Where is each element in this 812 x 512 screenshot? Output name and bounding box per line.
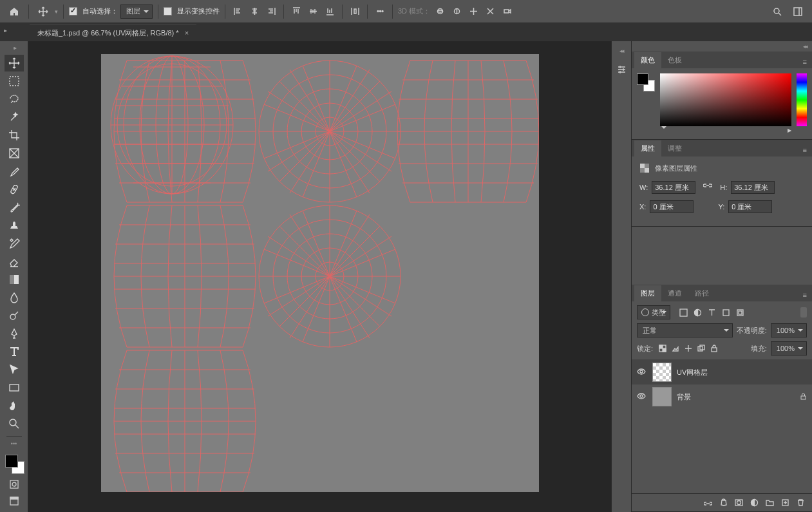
document-canvas[interactable] bbox=[101, 54, 539, 492]
screen-mode-icon[interactable] bbox=[8, 495, 21, 507]
group-icon[interactable] bbox=[763, 497, 776, 509]
frame-tool[interactable] bbox=[5, 145, 24, 162]
align-middle-icon[interactable] bbox=[306, 5, 320, 19]
distribute-h-icon[interactable] bbox=[348, 5, 362, 19]
canvas-area[interactable] bbox=[28, 41, 611, 512]
magic-wand-tool[interactable] bbox=[5, 109, 24, 126]
quick-mask-icon[interactable] bbox=[8, 478, 21, 491]
filter-adjust-icon[interactable] bbox=[691, 306, 704, 319]
edit-toolbar-icon[interactable]: ••• bbox=[11, 441, 17, 447]
eyedropper-tool[interactable] bbox=[5, 163, 24, 180]
move-tool-icon[interactable] bbox=[34, 3, 52, 21]
gradient-tool[interactable] bbox=[5, 271, 24, 288]
align-top-icon[interactable] bbox=[289, 5, 303, 19]
visibility-toggle[interactable] bbox=[637, 367, 647, 377]
tab-paths[interactable]: 路径 bbox=[688, 285, 715, 301]
document-tab[interactable]: 未标题_1.psd @ 66.7% (UV网格层, RGB/8) * × bbox=[30, 24, 196, 41]
tab-adjustments[interactable]: 调整 bbox=[661, 140, 688, 156]
pen-tool[interactable] bbox=[5, 325, 24, 342]
panels-dock: ◂◂ 颜色 色板 ≡ 属性 调整 bbox=[632, 41, 812, 512]
delete-layer-icon[interactable] bbox=[794, 497, 807, 509]
lock-transparency-icon[interactable] bbox=[657, 343, 668, 354]
layer-item[interactable]: UV网格层 bbox=[632, 360, 812, 384]
visibility-toggle[interactable] bbox=[637, 392, 647, 402]
height-input[interactable] bbox=[731, 181, 775, 194]
search-icon[interactable] bbox=[768, 3, 786, 21]
layer-filter-kind[interactable]: 类型 bbox=[637, 305, 670, 319]
panels-handle-icon[interactable]: ◂◂ bbox=[632, 41, 812, 52]
panel-menu-icon[interactable]: ≡ bbox=[798, 55, 812, 68]
hue-strip[interactable] bbox=[797, 73, 807, 126]
rectangle-tool[interactable] bbox=[5, 379, 24, 396]
brush-tool[interactable] bbox=[5, 199, 24, 216]
crop-tool[interactable] bbox=[5, 127, 24, 144]
align-bottom-icon[interactable] bbox=[323, 5, 337, 19]
align-center-h-icon[interactable] bbox=[247, 5, 261, 19]
lock-image-icon[interactable] bbox=[670, 343, 681, 354]
filter-pixel-icon[interactable] bbox=[677, 306, 690, 319]
healing-brush-tool[interactable] bbox=[5, 181, 24, 198]
panel-menu-icon[interactable]: ≡ bbox=[798, 289, 812, 301]
tools-panel: ▸▸ ••• bbox=[0, 41, 28, 512]
y-input[interactable] bbox=[728, 200, 772, 213]
type-tool[interactable] bbox=[5, 343, 24, 360]
adjustment-layer-icon[interactable] bbox=[748, 497, 760, 509]
auto-select-checkbox[interactable] bbox=[69, 7, 77, 15]
lasso-tool[interactable] bbox=[5, 91, 24, 108]
filter-smart-icon[interactable] bbox=[733, 306, 746, 319]
lock-nesting-icon[interactable] bbox=[695, 343, 707, 354]
filter-shape-icon[interactable] bbox=[719, 306, 732, 319]
layer-thumbnail[interactable] bbox=[652, 387, 672, 406]
tab-color[interactable]: 颜色 bbox=[634, 52, 661, 68]
svg-rect-62 bbox=[640, 164, 645, 168]
align-left-icon[interactable] bbox=[231, 5, 245, 19]
move-tool[interactable] bbox=[5, 55, 24, 71]
path-selection-tool[interactable] bbox=[5, 361, 24, 378]
panel-menu-icon[interactable]: ≡ bbox=[798, 144, 812, 156]
layer-mask-icon[interactable] bbox=[732, 497, 745, 509]
link-wh-icon[interactable] bbox=[703, 184, 712, 191]
workspace-icon[interactable] bbox=[789, 3, 807, 21]
layer-style-icon[interactable] bbox=[717, 497, 730, 509]
fill-input[interactable]: 100% bbox=[771, 341, 807, 356]
tabbar-handle-icon[interactable] bbox=[4, 26, 10, 32]
lock-all-icon[interactable] bbox=[708, 343, 720, 354]
dock-handle-icon[interactable]: ◂◂ bbox=[619, 48, 623, 54]
opacity-input[interactable]: 100% bbox=[771, 323, 807, 337]
clone-stamp-tool[interactable] bbox=[5, 217, 24, 234]
history-brush-tool[interactable] bbox=[5, 235, 24, 252]
color-slider[interactable] bbox=[660, 128, 791, 134]
tab-layers[interactable]: 图层 bbox=[634, 285, 661, 301]
marquee-tool[interactable] bbox=[5, 73, 24, 90]
svg-rect-13 bbox=[10, 275, 14, 284]
more-options-icon[interactable] bbox=[373, 5, 387, 19]
width-input[interactable] bbox=[652, 181, 695, 194]
auto-select-dropdown[interactable]: 图层 bbox=[120, 5, 153, 19]
eraser-tool[interactable] bbox=[5, 253, 24, 270]
tab-swatches[interactable]: 色板 bbox=[661, 52, 688, 68]
color-swatches[interactable] bbox=[4, 453, 24, 474]
layer-thumbnail[interactable] bbox=[652, 363, 672, 382]
toolbox-handle-icon[interactable]: ▸▸ bbox=[14, 45, 15, 51]
tab-channels[interactable]: 通道 bbox=[661, 285, 688, 301]
filter-type-icon[interactable] bbox=[705, 306, 718, 319]
home-icon[interactable] bbox=[5, 3, 23, 21]
foreground-color[interactable] bbox=[5, 455, 18, 468]
show-transform-checkbox[interactable] bbox=[164, 7, 172, 15]
color-field[interactable] bbox=[660, 73, 791, 126]
new-layer-icon[interactable] bbox=[779, 497, 791, 509]
x-input[interactable] bbox=[650, 200, 694, 213]
blend-mode-dropdown[interactable]: 正常 bbox=[637, 323, 733, 337]
hand-tool[interactable] bbox=[5, 397, 24, 414]
adjustments-panel-icon[interactable] bbox=[614, 62, 628, 76]
filter-toggle[interactable] bbox=[800, 307, 807, 318]
dodge-tool[interactable] bbox=[5, 307, 24, 324]
zoom-tool[interactable] bbox=[5, 415, 24, 432]
color-swatches-mini[interactable] bbox=[637, 73, 655, 91]
link-layers-icon[interactable] bbox=[701, 497, 714, 509]
lock-position-icon[interactable] bbox=[683, 343, 694, 354]
layer-item[interactable]: 背景 bbox=[632, 384, 812, 409]
align-right-icon[interactable] bbox=[264, 5, 278, 19]
tab-properties[interactable]: 属性 bbox=[634, 140, 661, 156]
blur-tool[interactable] bbox=[5, 289, 24, 306]
